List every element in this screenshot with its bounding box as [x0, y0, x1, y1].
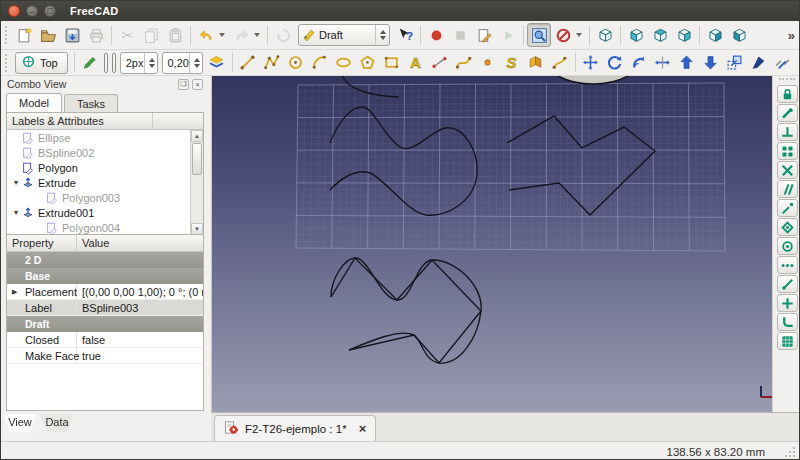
draw-style-menu-icon[interactable]: [576, 33, 582, 37]
macro-edit-button[interactable]: [472, 23, 496, 47]
property-header[interactable]: Property Value: [7, 235, 203, 252]
view-front-button[interactable]: [624, 23, 648, 47]
construction-mode-button[interactable]: [78, 51, 102, 75]
title-bar[interactable]: – ▢ FreeCAD: [1, 1, 799, 21]
draft-downgrade-button[interactable]: [699, 51, 723, 75]
3d-viewport[interactable]: x: [211, 76, 772, 412]
property-row[interactable]: LabelBSpline003: [7, 300, 203, 316]
snap-endpoint-button[interactable]: [777, 104, 798, 122]
snap-parallel-button[interactable]: [777, 180, 798, 198]
cut-button[interactable]: ✂: [115, 23, 139, 47]
draft-facebinder-button[interactable]: [524, 51, 548, 75]
draft-upgrade-button[interactable]: [675, 51, 699, 75]
draft-dimension-button[interactable]: [428, 51, 452, 75]
workbench-selector[interactable]: Draft: [298, 24, 390, 46]
snap-center-button[interactable]: [777, 237, 798, 255]
tree-item[interactable]: BSpline002: [7, 145, 203, 160]
toggle-grid-button[interactable]: [777, 332, 798, 350]
tree-item[interactable]: Polygon004: [7, 220, 203, 235]
tab-data[interactable]: Data: [40, 414, 74, 434]
snap-lock-button[interactable]: [777, 85, 798, 103]
maximize-window-button[interactable]: ▢: [44, 5, 56, 17]
open-document-button[interactable]: [36, 23, 60, 47]
draft-wire-button[interactable]: [260, 51, 284, 75]
property-row[interactable]: Make Facetrue: [7, 348, 203, 364]
macro-stop-button[interactable]: [448, 23, 472, 47]
view-top-button[interactable]: [648, 23, 672, 47]
snap-midpoint-button[interactable]: [777, 218, 798, 236]
tree-item[interactable]: Polygon: [7, 160, 203, 175]
snap-dimensions-button[interactable]: [777, 256, 798, 274]
line-width[interactable]: 2px: [120, 52, 158, 74]
draft-edit-button[interactable]: [747, 51, 771, 75]
snap-perpendicular-button[interactable]: [777, 123, 798, 141]
draft-point-button[interactable]: [476, 51, 500, 75]
tree-item[interactable]: ▾Extrude001: [7, 205, 203, 220]
spinner-icon[interactable]: [144, 53, 155, 73]
print-button[interactable]: [84, 23, 108, 47]
tree-scrollbar[interactable]: ▲ ▼: [190, 130, 203, 235]
close-panel-icon[interactable]: ×: [192, 79, 203, 90]
refresh-button[interactable]: [271, 23, 295, 47]
draft-offset-button[interactable]: [627, 51, 651, 75]
snap-near-button[interactable]: [777, 313, 798, 331]
box-zoom-button[interactable]: [527, 23, 551, 47]
draw-style-button[interactable]: [551, 23, 575, 47]
tree-header[interactable]: Labels & Attributes: [7, 113, 203, 130]
draft-text-button[interactable]: A: [404, 51, 428, 75]
collapse-icon[interactable]: ▾: [11, 178, 21, 187]
spinner-icon[interactable]: [375, 25, 386, 45]
toolbar-handle[interactable]: [779, 78, 795, 83]
tree-item[interactable]: Polygon003: [7, 190, 203, 205]
minimize-window-button[interactable]: –: [26, 5, 38, 17]
float-panel-icon[interactable]: ❏: [178, 79, 189, 90]
spinner-icon[interactable]: [189, 53, 200, 73]
redo-button[interactable]: [229, 23, 253, 47]
draft-arc-button[interactable]: [308, 51, 332, 75]
scale-multiplier[interactable]: 0,20: [162, 52, 203, 74]
view-rear-button[interactable]: [703, 23, 727, 47]
apply-style-button[interactable]: [205, 51, 229, 75]
new-document-button[interactable]: [12, 23, 36, 47]
property-row[interactable]: Closedfalse: [7, 332, 203, 348]
view-axonometric-button[interactable]: [593, 23, 617, 47]
draft-ellipse-button[interactable]: [332, 51, 356, 75]
resize-grip[interactable]: [783, 445, 796, 458]
face-color-swatch[interactable]: [112, 53, 116, 73]
snap-extension-button[interactable]: [777, 199, 798, 217]
document-tab[interactable]: F2-T26-ejemplo : 1* ×: [214, 415, 376, 441]
redo-menu-icon[interactable]: [254, 33, 260, 37]
draft-subelement-button[interactable]: [771, 51, 795, 75]
copy-button[interactable]: [139, 23, 163, 47]
macro-record-button[interactable]: [424, 23, 448, 47]
draft-circle-button[interactable]: [284, 51, 308, 75]
expand-icon[interactable]: ▶: [12, 288, 17, 296]
macro-play-button[interactable]: [496, 23, 520, 47]
toolbar-handle[interactable]: [5, 54, 10, 72]
undo-menu-icon[interactable]: [219, 33, 225, 37]
draft-bspline-button[interactable]: [452, 51, 476, 75]
collapse-icon[interactable]: ▾: [11, 208, 21, 217]
draft-scale-button[interactable]: [723, 51, 747, 75]
draft-line-button[interactable]: [236, 51, 260, 75]
save-document-button[interactable]: [60, 23, 84, 47]
undo-button[interactable]: [194, 23, 218, 47]
snap-grid-button[interactable]: [777, 142, 798, 160]
paste-button[interactable]: [163, 23, 187, 47]
draft-add-point-button[interactable]: [795, 51, 800, 75]
draft-rectangle-button[interactable]: [380, 51, 404, 75]
scroll-thumb[interactable]: [192, 143, 202, 175]
snap-intersection-button[interactable]: [777, 161, 798, 179]
toolbar-handle[interactable]: [5, 26, 10, 44]
whats-this-button[interactable]: ?: [393, 23, 417, 47]
snap-special-button[interactable]: [777, 294, 798, 312]
draft-rotate-button[interactable]: [603, 51, 627, 75]
tree-item[interactable]: Ellipse: [7, 130, 203, 145]
tab-model[interactable]: Model: [6, 93, 62, 112]
close-window-button[interactable]: [8, 5, 20, 17]
draft-to-sketch-button[interactable]: [548, 51, 572, 75]
close-document-icon[interactable]: ×: [359, 422, 367, 435]
toolbar-overflow-icon[interactable]: »: [788, 28, 795, 43]
property-row[interactable]: ▶Placement[(0,00 0,00 1,00); 0 °; (0 m..…: [7, 284, 203, 300]
tab-view[interactable]: View: [3, 414, 37, 434]
